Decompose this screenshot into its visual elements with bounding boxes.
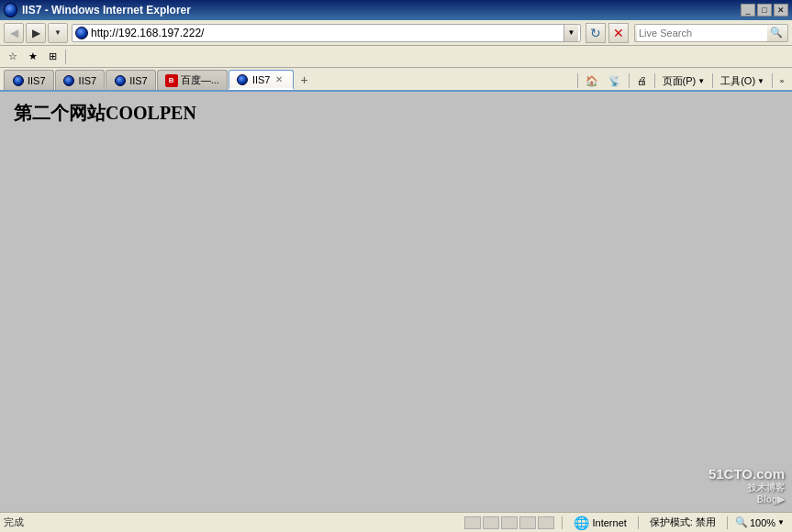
minimize-button[interactable]: _ [741,4,755,17]
address-input[interactable] [91,27,563,39]
tab-4-label: 百度—... [181,73,219,87]
more-button[interactable]: » [775,72,788,90]
tab-2-label: IIS7 [79,75,97,86]
status-blocks [461,516,558,529]
page-menu[interactable]: 页面(P) ▼ [658,72,710,90]
maximize-button[interactable]: □ [757,4,772,17]
extra-sep-5 [772,73,773,88]
forward-button[interactable]: ▶ [26,23,46,43]
tab-2[interactable]: IIS7 [55,70,106,90]
extra-sep-3 [654,73,655,88]
watermark-tag: Blog▶ [708,494,785,504]
toolbar-extra: 🏠 📡 🖨 页面(P) ▼ 工具(O) ▼ » [575,72,788,90]
content-area: 第二个网站COOLPEN 51CTO.com 技术博客 Blog▶ [0,92,792,512]
protection-zone: 保护模式: 禁用 [642,515,723,529]
tab-5[interactable]: IIS7 ✕ [229,70,295,90]
status-block-4 [519,516,536,529]
tab-3-icon [114,74,127,87]
toolbar-separator-1 [65,50,66,64]
print-button[interactable]: 🖨 [632,72,652,90]
browser-window: IIS7 - Windows Internet Explorer _ □ ✕ ◀… [0,0,792,532]
dropdown-button[interactable]: ▼ [48,23,68,43]
rss-button[interactable]: 📡 [604,72,626,90]
tab-4-icon: B [165,74,178,87]
home-button[interactable]: 🏠 [581,72,603,90]
status-text: 完成 [4,515,457,529]
browser-icon [4,3,18,17]
zoom-control[interactable]: 🔍 100% ▼ [731,516,788,528]
extra-sep-1 [577,73,578,88]
watermark-blog: 技术博客 [708,482,785,494]
status-block-3 [501,516,518,529]
title-bar-controls: _ □ ✕ [741,4,788,17]
zone-text: Internet [593,517,627,528]
page-menu-label: 页面(P) [663,74,697,88]
search-button[interactable]: 🔍 [767,25,786,41]
search-input[interactable] [637,25,767,41]
address-bar: ▼ [72,24,581,42]
nav-bar: ◀ ▶ ▼ ▼ ↻ ✕ 🔍 [0,20,792,46]
status-block-2 [483,516,499,529]
watermark: 51CTO.com 技术博客 Blog▶ [708,466,785,504]
content-inner: 第二个网站COOLPEN [0,92,792,135]
watermark-site: 51CTO.com [708,466,785,482]
back-button[interactable]: ◀ [4,23,24,43]
tabs-row: IIS7 IIS7 IIS7 B 百度—... IIS7 ✕ + 🏠 📡 [0,68,792,92]
status-bar: 完成 🌐 Internet 保护模式: 禁用 🔍 100% ▼ [0,512,792,532]
tab-3-label: IIS7 [129,75,148,86]
status-zone: 🌐 Internet [566,515,634,530]
address-icon [74,26,89,40]
zone-icon: 🌐 [574,515,589,530]
page-heading: 第二个网站COOLPEN [14,101,778,126]
zoom-text: 100% [750,517,775,528]
tab-3[interactable]: IIS7 [106,70,156,90]
add-favorites-button[interactable]: ★ [24,48,42,66]
title-bar: IIS7 - Windows Internet Explorer _ □ ✕ [0,0,792,20]
tab-1-icon [12,74,25,87]
refresh-button[interactable]: ↻ [586,23,606,43]
status-sep-3 [727,516,728,529]
status-sep-2 [638,516,639,529]
extra-sep-2 [629,73,630,88]
tools-menu-label: 工具(O) [720,74,755,88]
tab-4[interactable]: B 百度—... [157,70,228,90]
status-block-5 [538,516,554,529]
tab-1[interactable]: IIS7 [4,70,54,90]
tab-1-label: IIS7 [28,75,46,86]
tab-5-close[interactable]: ✕ [273,73,285,86]
title-bar-left: IIS7 - Windows Internet Explorer [4,3,191,17]
stop-button[interactable]: ✕ [608,23,629,43]
tab-5-label: IIS7 [252,74,271,85]
tab-5-icon [237,73,250,86]
new-tab-button[interactable]: + [295,70,313,90]
extra-sep-4 [712,73,713,88]
status-block-1 [464,516,481,529]
view-button[interactable]: ⊞ [44,48,61,66]
zoom-icon: 🔍 [735,516,748,528]
tab-2-icon [63,74,76,87]
tools-menu-chevron: ▼ [757,77,764,85]
zoom-chevron: ▼ [777,518,785,526]
search-area: 🔍 [634,24,788,42]
favorites-button[interactable]: ☆ [4,48,22,66]
favorites-toolbar: ☆ ★ ⊞ [0,46,792,68]
status-sep-1 [562,516,563,529]
protection-text: 保护模式: 禁用 [650,515,716,529]
page-menu-chevron: ▼ [697,77,705,85]
address-dropdown[interactable]: ▼ [563,25,578,41]
window-title: IIS7 - Windows Internet Explorer [22,4,191,17]
tools-menu[interactable]: 工具(O) ▼ [716,72,769,90]
close-button[interactable]: ✕ [774,4,788,17]
